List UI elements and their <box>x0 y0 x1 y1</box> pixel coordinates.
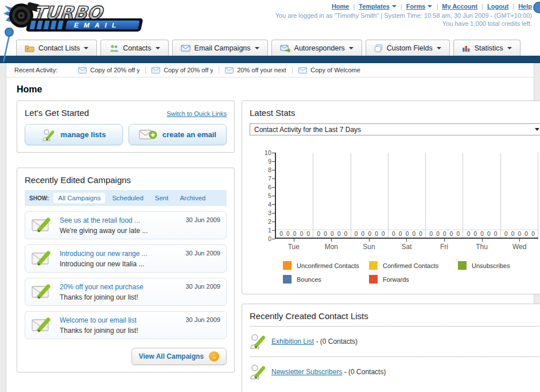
y-axis-tick-mark <box>272 187 275 188</box>
header-link-logout[interactable]: Logout <box>487 3 508 10</box>
legend-item: Unsubscribes <box>458 261 540 270</box>
filter-scheduled[interactable]: Scheduled <box>107 193 147 203</box>
contact-list-link[interactable]: Newsletter Subscribers <box>271 368 342 376</box>
legend-item: Forwards <box>369 275 458 284</box>
data-point-label: 0 <box>293 231 297 237</box>
y-axis-tick-label: 9 <box>258 158 271 165</box>
create-email-envelope-plus-icon <box>139 129 157 141</box>
data-point-label: 0 <box>399 231 402 237</box>
data-point-label: 0 <box>355 231 358 237</box>
campaign-envelope-pencil-icon <box>31 215 54 234</box>
contact-list-item[interactable]: Newsletter Subscribers - (0 Contacts) <box>250 362 540 382</box>
filter-archived[interactable]: Archived <box>175 193 210 203</box>
filter-sent[interactable]: Sent <box>150 193 173 203</box>
data-point-label: 0 <box>518 231 522 237</box>
campaign-row[interactable]: Welcome to our email listThanks for join… <box>25 311 227 339</box>
tab-contact-lists[interactable]: Contact Lists <box>16 40 97 56</box>
y-axis-tick-label: 6 <box>258 184 271 191</box>
data-point-label: 0 <box>362 231 365 237</box>
tab-custom-fields[interactable]: Custom Fields <box>366 40 450 56</box>
tab-label: Contacts <box>123 44 151 52</box>
data-point-label: 0 <box>279 231 283 237</box>
envelope-icon <box>78 67 87 73</box>
page-title: Home <box>17 84 534 95</box>
contact-lists-title: Recently Created Contact Lists <box>250 311 540 321</box>
contact-list-count: - (0 Contacts) <box>316 337 358 346</box>
navy-divider-bar <box>0 56 540 63</box>
recent-activity-item[interactable]: Copy of 20% off yo <box>72 67 146 73</box>
tab-caret-icon <box>437 47 441 49</box>
campaign-row[interactable]: Introducing our new range ...Introducing… <box>25 244 227 273</box>
data-point-label: 0 <box>531 231 535 237</box>
tab-email-campaigns[interactable]: Email Campaigns <box>172 40 268 56</box>
header-link-my-account[interactable]: My Account <box>442 3 477 10</box>
legend-item: Confirmed Contacts <box>369 261 458 270</box>
tab-label: Contact Lists <box>38 44 80 52</box>
y-axis-tick-label: 0 <box>258 235 271 242</box>
data-point-label: 0 <box>504 231 508 237</box>
view-all-campaigns-button[interactable]: View All Campaigns → <box>131 348 227 365</box>
legend-swatch-confirmed <box>369 261 378 270</box>
campaign-row[interactable]: See us at the retail food ...We're givin… <box>25 211 227 239</box>
contact-activity-chart: 0123456789100000000000000000000000000000… <box>258 153 538 251</box>
create-an-email-button[interactable]: create an email <box>129 124 227 145</box>
campaign-subject: Thanks for joining our list! <box>60 293 180 301</box>
recently-created-contact-lists-panel: Recently Created Contact Lists Exhibitio… <box>242 304 540 392</box>
tab-contacts[interactable]: Contacts <box>100 40 168 56</box>
manage-lists-button[interactable]: manage lists <box>25 124 123 145</box>
vertical-gridline <box>351 153 351 238</box>
vertical-gridline <box>463 153 463 238</box>
campaign-title-link[interactable]: Introducing our new range ... <box>60 250 180 258</box>
latest-stats-panel: Latest Stats Contact Activity for the La… <box>242 100 540 294</box>
data-point-label: 0 <box>443 231 446 237</box>
campaign-title-link[interactable]: See us at the retail food ... <box>60 216 180 224</box>
campaign-row[interactable]: 20% off your next purchaseThanks for joi… <box>25 278 227 306</box>
top-header: EMAIL TURBO Home| Templates| Forms| My A… <box>0 0 540 33</box>
turbo-email-logo: EMAIL TURBO <box>2 1 153 36</box>
contact-list-person-pencil-icon <box>250 333 266 350</box>
tab-autoresponders[interactable]: Autoresponders <box>271 40 362 56</box>
contact-list-link[interactable]: Exhibition List <box>271 337 314 346</box>
recent-activity-item[interactable]: Copy of Welcome to <box>293 67 366 73</box>
autoresponders-envelope-arrow-icon <box>280 45 290 52</box>
corner-dot-decoration <box>533 2 540 13</box>
campaign-subject: We're giving away our late ... <box>60 227 180 235</box>
tab-statistics[interactable]: Statistics <box>453 40 520 56</box>
y-axis-tick-mark <box>272 204 275 205</box>
link-separator: | <box>481 3 483 10</box>
data-point-label: 0 <box>429 231 433 237</box>
x-axis-day-label: Sun <box>350 239 388 251</box>
link-separator: | <box>353 3 355 10</box>
recent-activity-item[interactable]: 20% off your next p <box>219 67 293 73</box>
data-point-label: 0 <box>337 231 341 237</box>
recent-activity-label: Recent Activity: <box>14 67 57 73</box>
legend-swatch-unconfirmed <box>283 261 292 270</box>
campaigns-title: Recently Edited Campaigns <box>25 175 227 185</box>
contact-list-count: - (0 Contacts) <box>344 368 386 376</box>
recent-activity-item[interactable]: Copy of 20% off yo <box>146 67 219 73</box>
campaign-title-link[interactable]: Welcome to our email list <box>60 316 180 324</box>
y-axis-tick-label: 2 <box>258 218 271 225</box>
stats-report-select[interactable]: Contact Activity for the Last 7 Days <box>250 123 540 135</box>
data-point-label: 0 <box>344 231 348 237</box>
main-nav-tabbar: Contact Lists Contacts Email Campaigns A… <box>0 33 540 56</box>
legend-swatch-forwards <box>369 275 378 284</box>
x-axis-day-label: Sat <box>388 239 426 251</box>
data-point-label: 0 <box>525 231 528 237</box>
header-link-help[interactable]: Help <box>518 3 532 10</box>
filter-all-campaigns[interactable]: All Campaigns <box>53 193 105 203</box>
main-content: Recent Activity: Copy of 20% off yo Copy… <box>6 63 534 392</box>
chart-plot-area: 0123456789100000000000000000000000000000… <box>275 153 538 239</box>
header-link-home[interactable]: Home <box>332 3 349 10</box>
y-axis-tick-mark <box>272 213 275 214</box>
y-axis-tick-mark <box>272 161 275 162</box>
vertical-gridline <box>538 153 538 238</box>
switch-to-quick-links[interactable]: Switch to Quick Links <box>166 110 227 117</box>
button-label: create an email <box>162 130 216 139</box>
campaign-title-link[interactable]: 20% off your next purchase <box>60 283 180 291</box>
header-link-templates[interactable]: Templates <box>359 3 397 10</box>
data-point-label: 0 <box>317 231 321 237</box>
header-link-forms[interactable]: Forms <box>406 3 433 10</box>
contact-list-item[interactable]: Exhibition List - (0 Contacts) <box>250 332 540 351</box>
campaign-envelope-pencil-icon <box>31 282 54 300</box>
